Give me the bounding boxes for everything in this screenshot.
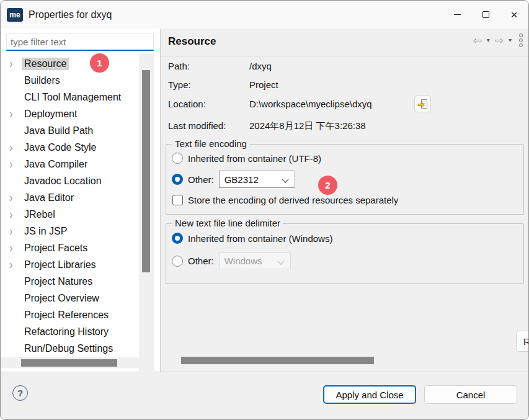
sidebar-item-label: JS in JSP	[22, 225, 69, 238]
sidebar-item-label: Java Editor	[22, 192, 76, 204]
type-value: Project	[249, 79, 278, 90]
sidebar-item-builders[interactable]: Builders	[1, 72, 140, 89]
view-menu-dots-icon[interactable]	[519, 34, 523, 47]
sidebar-item-java-editor[interactable]: ›Java Editor	[1, 189, 140, 206]
window-controls: ×	[443, 1, 528, 29]
sidebar-item-label: Java Code Style	[22, 141, 99, 154]
encoding-other-label: Other:	[188, 174, 214, 185]
expand-chevron-icon[interactable]: ›	[9, 224, 22, 238]
forward-arrow-icon[interactable]: ⇨	[495, 35, 504, 46]
annotation-step-2-badge: 2	[318, 176, 337, 195]
properties-tree: ›ResourceBuildersCLI Tool Management›Dep…	[1, 55, 140, 357]
text-file-encoding-group: Text file encoding Inherited from contai…	[166, 144, 524, 215]
path-value: /dxyq	[249, 61, 272, 71]
delimiter-group-title: New text file line delimiter	[172, 218, 283, 228]
path-row: Path: /dxyq	[168, 61, 190, 71]
sidebar-item-label: Java Build Path	[22, 125, 96, 137]
myeclipse-logo-icon: me	[7, 8, 23, 22]
sidebar-item-resource[interactable]: ›Resource	[1, 55, 140, 72]
minimize-button[interactable]	[443, 1, 471, 29]
window-title: Properties for dxyq	[29, 9, 112, 20]
close-icon: ×	[510, 9, 517, 20]
store-encoding-label: Store the encoding of derived resources …	[188, 195, 398, 205]
tree-horizontal-scrollbar-thumb[interactable]	[21, 359, 117, 367]
show-in-explorer-icon	[417, 99, 428, 109]
location-value: D:\workspace\myeclipse\dxyq	[249, 99, 372, 109]
back-arrow-icon[interactable]: ⇦	[473, 35, 481, 46]
sidebar-item-project-overview[interactable]: Project Overview	[1, 290, 140, 306]
location-label: Location:	[168, 99, 206, 109]
sidebar-item-project-natures[interactable]: Project Natures	[1, 273, 140, 290]
forward-history-dropdown-icon[interactable]: ▾	[509, 37, 512, 43]
delimiter-other-option: Other: Windows	[172, 252, 291, 269]
header-divider	[161, 56, 528, 56]
sidebar-item-deployment[interactable]: ›Deployment	[1, 105, 140, 122]
filter-input[interactable]	[6, 34, 154, 51]
store-encoding-option[interactable]: Store the encoding of derived resources …	[172, 195, 398, 205]
sidebar-item-project-libraries[interactable]: ›Project Libraries	[1, 256, 140, 273]
sidebar: ›ResourceBuildersCLI Tool Management›Dep…	[1, 29, 161, 372]
restore-defaults-partial-label: R	[523, 336, 529, 347]
sidebar-item-refactoring-history[interactable]: Refactoring History	[1, 323, 140, 340]
sidebar-item-javadoc-location[interactable]: Javadoc Location	[1, 172, 140, 189]
properties-dialog: me Properties for dxyq × ›ResourceBuilde…	[0, 0, 529, 420]
expand-chevron-icon[interactable]: ›	[9, 107, 22, 121]
titlebar: me Properties for dxyq ×	[1, 1, 528, 29]
panel-toolbar: ⇦ ▾ ⇨ ▾	[473, 34, 523, 47]
show-in-explorer-button[interactable]	[414, 96, 431, 112]
help-button[interactable]: ?	[12, 385, 28, 401]
delimiter-combobox-value: Windows	[224, 256, 262, 266]
help-icon: ?	[17, 388, 23, 398]
page-title: Resource	[168, 35, 216, 48]
radio-unchecked-icon[interactable]	[172, 256, 183, 267]
expand-chevron-icon[interactable]: ›	[9, 207, 22, 221]
minimize-icon	[454, 14, 461, 15]
sidebar-item-label: Javadoc Location	[22, 175, 104, 187]
expand-chevron-icon[interactable]: ›	[9, 56, 22, 71]
back-history-dropdown-icon[interactable]: ▾	[487, 37, 490, 43]
footer-bar: ? Apply and Close Cancel	[1, 372, 528, 419]
apply-and-close-button[interactable]: Apply and Close	[323, 385, 416, 404]
encoding-combobox-value: GB2312	[224, 174, 259, 185]
last-modified-label: Last modified:	[168, 120, 226, 131]
sidebar-item-label: Project Overview	[22, 292, 102, 305]
cancel-button[interactable]: Cancel	[424, 385, 517, 404]
sidebar-item-project-facets[interactable]: ›Project Facets	[1, 239, 140, 256]
path-label: Path:	[168, 61, 190, 71]
restore-defaults-button-partial[interactable]: R	[516, 331, 529, 352]
sidebar-item-label: JRebel	[22, 208, 58, 221]
maximize-button[interactable]	[471, 1, 500, 29]
radio-unchecked-icon[interactable]	[172, 153, 183, 164]
sidebar-item-js-in-jsp[interactable]: ›JS in JSP	[1, 223, 140, 239]
type-row: Type: Project	[168, 79, 191, 90]
delimiter-inherited-option[interactable]: Inherited from container (Windows)	[172, 233, 332, 244]
encoding-combobox[interactable]: GB2312	[219, 171, 295, 188]
tree-vertical-scrollbar-thumb[interactable]	[142, 70, 150, 272]
panel-horizontal-scrollbar-thumb[interactable]	[181, 357, 374, 364]
sidebar-item-java-code-style[interactable]: ›Java Code Style	[1, 139, 140, 156]
expand-chevron-icon[interactable]: ›	[9, 257, 22, 272]
sidebar-item-label: CLI Tool Management	[22, 91, 123, 104]
expand-chevron-icon[interactable]: ›	[9, 241, 22, 255]
delimiter-other-label: Other:	[188, 256, 214, 266]
last-modified-value: 2024年8月12日 下午3:26:38	[249, 120, 366, 132]
radio-checked-icon[interactable]	[172, 233, 183, 244]
checkbox-unchecked-icon[interactable]	[172, 195, 183, 205]
close-button[interactable]: ×	[500, 1, 528, 29]
sidebar-item-run-debug-settings[interactable]: Run/Debug Settings	[1, 340, 140, 357]
sidebar-item-java-compiler[interactable]: ›Java Compiler	[1, 156, 140, 172]
sidebar-item-jrebel[interactable]: ›JRebel	[1, 206, 140, 223]
expand-chevron-icon[interactable]: ›	[9, 140, 22, 154]
sidebar-item-label: Resource	[22, 58, 69, 70]
sidebar-item-label: Project Facets	[22, 242, 90, 254]
expand-chevron-icon[interactable]: ›	[9, 157, 22, 171]
radio-checked-icon[interactable]	[172, 174, 183, 185]
sidebar-item-cli-tool-management[interactable]: CLI Tool Management	[1, 89, 140, 105]
expand-chevron-icon[interactable]: ›	[9, 190, 22, 205]
encoding-group-title: Text file encoding	[172, 138, 249, 149]
sidebar-item-java-build-path[interactable]: Java Build Path	[1, 122, 140, 139]
sidebar-item-project-references[interactable]: Project References	[1, 306, 140, 323]
sidebar-item-label: Builders	[22, 74, 63, 87]
location-row: Location: D:\workspace\myeclipse\dxyq	[168, 99, 206, 109]
encoding-inherited-option[interactable]: Inherited from container (UTF-8)	[172, 153, 321, 164]
